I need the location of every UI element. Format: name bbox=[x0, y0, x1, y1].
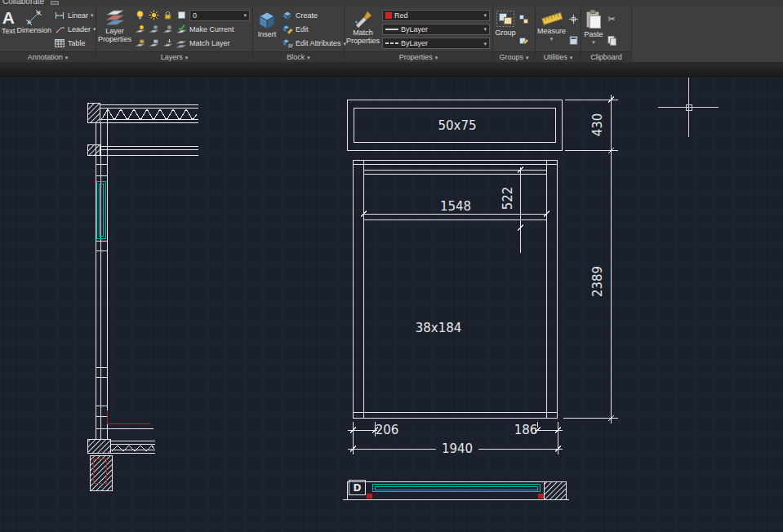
properties-label-text: Properties bbox=[399, 53, 433, 61]
lineweight-value: ByLayer bbox=[401, 25, 428, 33]
block-label-text: Block bbox=[287, 53, 305, 61]
make-current-label: Make Current bbox=[189, 25, 234, 33]
utilities-label-text: Utilities bbox=[544, 53, 567, 61]
layer-select-value: 0 bbox=[193, 11, 197, 20]
chevron-down-icon: ▾ bbox=[91, 12, 94, 18]
linear-icon bbox=[54, 10, 65, 21]
dim-text-522[interactable]: 522 bbox=[500, 187, 515, 211]
measure-icon bbox=[540, 9, 564, 27]
dim-text-430[interactable]: 430 bbox=[590, 113, 605, 137]
panel-label-utilities[interactable]: Utilities ▾ bbox=[536, 51, 581, 62]
layer-properties-button[interactable]: Layer Properties bbox=[98, 7, 131, 51]
dim-text-1548[interactable]: 1548 bbox=[440, 199, 471, 214]
chevron-down-icon: ▾ bbox=[307, 55, 310, 60]
chevron-down-icon: ▾ bbox=[243, 12, 247, 18]
layer-merge-icon[interactable] bbox=[162, 38, 173, 49]
copy-icon[interactable] bbox=[606, 34, 617, 46]
chevron-down-icon: ▾ bbox=[435, 55, 438, 60]
panel-label-layers[interactable]: Layers ▾ bbox=[96, 51, 252, 62]
lineweight-select[interactable]: ByLayer ▾ bbox=[382, 24, 490, 35]
table-label: Table bbox=[68, 39, 86, 47]
layer-lock-icon[interactable] bbox=[162, 10, 173, 21]
dimension-icon bbox=[25, 9, 43, 26]
measure-button[interactable]: Measure ▾ bbox=[537, 7, 566, 51]
make-current-button[interactable]: Make Current bbox=[176, 23, 234, 35]
layer-off-bulb-icon[interactable] bbox=[134, 10, 145, 21]
ribbon: A Text Dimension bbox=[0, 6, 783, 62]
id-point-icon[interactable] bbox=[567, 13, 579, 24]
panel-label-annotation[interactable]: Annotation ▾ bbox=[0, 51, 96, 62]
paste-label: Paste bbox=[584, 31, 603, 38]
chevron-down-icon: ▾ bbox=[592, 39, 595, 45]
panel-label-block[interactable]: Block ▾ bbox=[253, 51, 344, 62]
panel-label-properties[interactable]: Properties ▾ bbox=[345, 51, 492, 62]
chevron-down-icon: ▾ bbox=[570, 55, 573, 60]
dimension-button-label: Dimension bbox=[17, 27, 52, 34]
dimension-button[interactable]: Dimension bbox=[17, 7, 52, 51]
dim-text-38x184[interactable]: 38x184 bbox=[416, 321, 462, 335]
edit-block-icon bbox=[282, 24, 293, 35]
table-button[interactable]: Table bbox=[53, 38, 97, 50]
layer-lock-toggle-icon[interactable] bbox=[134, 38, 145, 49]
grid bbox=[0, 78, 783, 532]
match-layer-button[interactable]: Match Layer bbox=[176, 38, 230, 50]
title-bar: Collaborate bbox=[0, 0, 783, 6]
leader-button[interactable]: Leader ▾ bbox=[53, 23, 97, 35]
table-icon bbox=[54, 38, 65, 49]
tab-collaborate[interactable]: Collaborate bbox=[2, 0, 44, 6]
chevron-down-icon: ▾ bbox=[483, 12, 487, 18]
svg-text:❄: ❄ bbox=[153, 24, 158, 30]
panel-label-clipboard[interactable]: Clipboard bbox=[581, 51, 631, 62]
model-space-canvas[interactable]: 50x75 1548 522 38x184 bbox=[0, 78, 783, 532]
groups-label-text: Groups bbox=[499, 53, 523, 61]
detail-marker-d[interactable]: D bbox=[354, 482, 362, 494]
chevron-down-icon: ▾ bbox=[550, 36, 554, 42]
red-grip[interactable] bbox=[538, 494, 544, 499]
create-block-button[interactable]: Create bbox=[281, 9, 347, 21]
match-properties-button[interactable]: Match Properties bbox=[346, 7, 380, 51]
chevron-down-icon: ▾ bbox=[483, 41, 487, 47]
layers-label-text: Layers bbox=[161, 53, 183, 61]
linear-button[interactable]: Linear ▾ bbox=[53, 9, 97, 21]
group-button[interactable]: Group bbox=[495, 7, 516, 51]
text-button-label: Text bbox=[2, 28, 16, 35]
layer-unisolate-icon[interactable] bbox=[162, 24, 173, 35]
panel-label-groups[interactable]: Groups ▾ bbox=[493, 51, 535, 62]
layer-isolate-icon[interactable] bbox=[134, 24, 145, 35]
group-edit-icon[interactable] bbox=[518, 34, 529, 46]
quick-calc-icon[interactable] bbox=[567, 34, 579, 46]
insert-button[interactable]: Insert bbox=[255, 7, 279, 51]
linear-label: Linear bbox=[68, 11, 88, 20]
color-swatch-red bbox=[385, 12, 392, 19]
layer-properties-icon bbox=[105, 9, 126, 27]
panel-layers: Layer Properties bbox=[96, 6, 253, 62]
layer-select[interactable]: 0 ▾ bbox=[189, 10, 250, 21]
text-button[interactable]: A Text bbox=[2, 7, 16, 51]
edit-block-label: Edit bbox=[296, 25, 309, 33]
dim-text-50x75[interactable]: 50x75 bbox=[438, 118, 476, 133]
layer-color-icon[interactable] bbox=[176, 10, 187, 21]
layer-freeze-icon[interactable]: ❄ bbox=[148, 24, 159, 35]
dim-text-206[interactable]: 206 bbox=[376, 423, 399, 437]
red-grip[interactable] bbox=[367, 494, 372, 499]
layer-unlock-icon[interactable] bbox=[148, 38, 159, 49]
measure-label: Measure bbox=[537, 28, 566, 35]
edit-block-button[interactable]: Edit bbox=[281, 23, 347, 35]
cut-icon[interactable]: ✂ bbox=[606, 13, 617, 24]
linetype-select[interactable]: ByLayer ▾ bbox=[382, 38, 490, 49]
dim-text-186[interactable]: 186 bbox=[514, 423, 538, 437]
panel-properties: Match Properties Red ▾ ByLayer bbox=[345, 6, 493, 62]
chevron-down-icon: ▾ bbox=[526, 55, 529, 60]
dim-text-1940[interactable]: 1940 bbox=[442, 441, 473, 456]
object-color-select[interactable]: Red ▾ bbox=[382, 10, 490, 21]
edit-attributes-button[interactable]: Edit Attributes ▾ bbox=[281, 38, 347, 50]
dim-text-2389[interactable]: 2389 bbox=[590, 266, 605, 297]
lineweight-preview-icon bbox=[385, 29, 398, 30]
paste-button[interactable]: Paste ▾ bbox=[583, 7, 604, 51]
layer-thaw-sun-icon[interactable] bbox=[148, 10, 159, 21]
insert-block-icon bbox=[255, 9, 279, 30]
panel-block: Insert Create Edi bbox=[253, 6, 345, 62]
ribbon-display-toggle-icon[interactable] bbox=[51, 1, 59, 5]
leader-label: Leader bbox=[68, 25, 91, 33]
ungroup-icon[interactable] bbox=[518, 13, 529, 24]
